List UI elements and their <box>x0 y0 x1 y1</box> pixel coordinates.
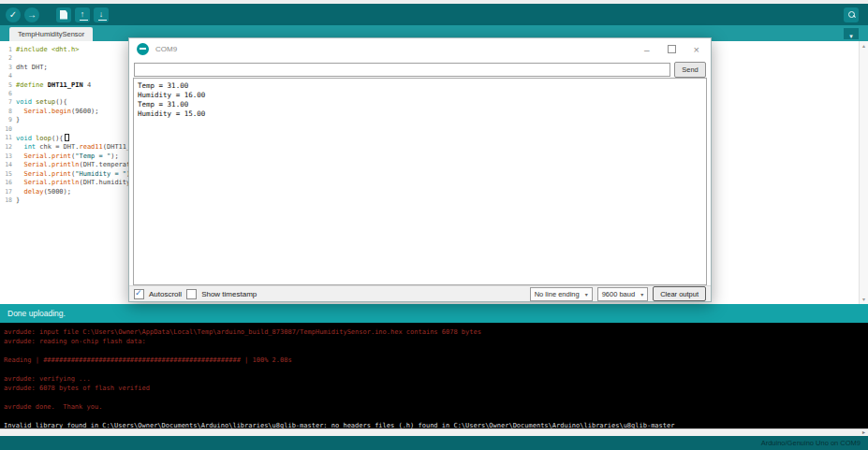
code-token: loop <box>36 135 51 142</box>
upload-button[interactable] <box>24 7 39 22</box>
code-token: "Humidity = " <box>75 170 126 178</box>
line-number: 3 <box>0 64 16 72</box>
console-line <box>4 346 864 356</box>
line-ending-select[interactable]: No line ending <box>530 287 593 301</box>
serial-monitor-footer: Autoscroll Show timestamp No line ending… <box>129 285 711 301</box>
code-token: delay <box>23 188 43 196</box>
tab-sketch[interactable]: TempHumiditySensor <box>9 27 93 41</box>
tab-menu-button[interactable] <box>844 28 859 39</box>
console-line: Reading | ##############################… <box>4 356 864 365</box>
editor-scrollbar[interactable]: ▴ ▾ <box>859 41 868 304</box>
console-line: avrdude: reading on-chip flash data: <box>4 337 864 346</box>
serial-input[interactable] <box>134 63 670 77</box>
build-console[interactable]: avrdude: input file C:\Users\Owner\AppDa… <box>0 323 868 428</box>
serial-monitor-button[interactable] <box>844 7 859 22</box>
line-number: 4 <box>0 72 16 80</box>
line-number: 6 <box>0 90 16 98</box>
magnifier-icon <box>847 10 856 19</box>
line-number: 16 <box>0 179 16 187</box>
code-token: ); <box>110 152 118 160</box>
code-token: #include <box>16 46 48 53</box>
page-icon <box>60 10 67 20</box>
arduino-ide-window: TempHumiditySensor 1#include <dht.h>23dh… <box>0 0 868 450</box>
console-line: avrdude: 6078 bytes of flash verified <box>4 384 864 393</box>
code-token: Serial <box>23 161 47 168</box>
code-token: int <box>23 143 36 151</box>
code-token: (9600); <box>71 108 99 115</box>
text-cursor <box>65 134 69 141</box>
window-controls <box>644 40 703 57</box>
code-token: chk = DHT. <box>36 143 79 151</box>
code-token: } <box>16 116 20 123</box>
clear-output-label: Clear output <box>660 290 699 298</box>
board-port-status: Arduino/Genuino Uno on COM9 <box>761 439 861 447</box>
console-line <box>4 412 864 421</box>
line-number: 11 <box>0 134 16 143</box>
code-token: (){ <box>51 135 64 142</box>
code-token: DHT11_PIN <box>48 81 83 89</box>
code-token: println <box>51 179 80 186</box>
code-token: Serial <box>23 108 47 115</box>
code-token: Serial <box>23 179 47 186</box>
main-toolbar <box>0 4 868 25</box>
line-number: 7 <box>0 98 16 107</box>
window-title: COM9 <box>155 45 177 53</box>
code-token: Serial <box>23 170 47 178</box>
line-number: 15 <box>0 170 16 179</box>
minimize-button[interactable] <box>644 40 650 57</box>
console-line: avrdude done. Thank you. <box>4 402 864 412</box>
teal-circle-dash-icon <box>137 43 149 55</box>
console-horizontal-scrollbar[interactable] <box>0 428 868 436</box>
close-button[interactable] <box>694 40 699 57</box>
line-number: 9 <box>0 116 16 124</box>
new-sketch-button[interactable] <box>56 7 71 22</box>
save-button[interactable] <box>94 7 109 22</box>
code-token: Serial <box>23 152 47 160</box>
code-token: println <box>51 161 80 168</box>
code-token: } <box>16 196 20 204</box>
baud-rate-select[interactable]: 9600 baud <box>597 287 648 301</box>
console-line: avrdude: input file C:\Users\Owner\AppDa… <box>4 327 864 337</box>
timestamp-checkbox[interactable] <box>186 289 197 299</box>
autoscroll-checkbox[interactable] <box>134 289 144 299</box>
scroll-up-arrow-icon[interactable]: ▴ <box>860 42 868 50</box>
code-token: 4 <box>83 81 91 89</box>
arrow-down-tray-icon <box>99 10 104 19</box>
code-token: void <box>16 135 32 142</box>
code-token: (5000); <box>44 188 72 196</box>
serial-output-line: Humidity = 15.00 <box>138 109 702 119</box>
line-number: 1 <box>0 46 16 54</box>
open-button[interactable] <box>75 7 90 22</box>
code-token: (){ <box>55 98 67 106</box>
verify-button[interactable] <box>6 7 21 22</box>
serial-output-line: Humidity = 16.00 <box>138 91 702 100</box>
line-number: 5 <box>0 81 16 90</box>
code-token: setup <box>36 98 55 106</box>
code-token: <dht.h> <box>51 46 80 53</box>
serial-output[interactable]: Temp = 31.00Humidity = 16.00Temp = 31.00… <box>133 78 707 285</box>
code-token: begin <box>51 108 71 115</box>
line-number: 13 <box>0 152 16 161</box>
serial-monitor-titlebar[interactable]: COM9 <box>129 38 711 59</box>
maximize-button[interactable] <box>668 45 676 53</box>
console-line <box>4 365 864 374</box>
scroll-right-arrow-icon[interactable] <box>862 429 865 436</box>
send-button[interactable]: Send <box>674 62 706 78</box>
line-number: 12 <box>0 143 16 152</box>
status-message: Done uploading. <box>7 309 66 318</box>
serial-output-line: Temp = 31.00 <box>138 81 702 91</box>
code-token: void <box>16 98 32 106</box>
line-number: 18 <box>0 196 16 205</box>
clear-output-button[interactable]: Clear output <box>653 286 706 301</box>
status-message-bar: Done uploading. <box>0 304 868 323</box>
console-line: avrdude: verifying ... <box>4 374 864 384</box>
line-number: 8 <box>0 108 16 116</box>
check-icon <box>9 9 17 20</box>
code-token: print <box>51 170 71 178</box>
arrow-right-icon <box>27 9 37 20</box>
scroll-down-arrow-icon[interactable]: ▾ <box>860 296 868 303</box>
chevron-down-icon <box>585 290 588 298</box>
arrow-up-tray-icon <box>81 10 85 19</box>
tab-label: TempHumiditySensor <box>18 30 84 38</box>
line-number: 14 <box>0 161 16 169</box>
